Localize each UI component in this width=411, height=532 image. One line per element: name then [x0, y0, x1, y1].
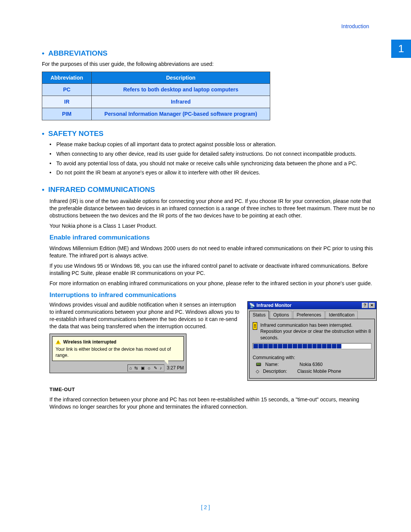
- tray-clock: 3:27 PM: [167, 365, 184, 371]
- communicating-with-label: Communicating with:: [253, 355, 371, 361]
- safety-notes-list: Please make backup copies of all importa…: [42, 141, 377, 177]
- abbr-cell: PIM: [42, 108, 92, 120]
- interruptions-paragraph: Windows provides visual and audible noti…: [49, 301, 241, 330]
- taskbar: ⌂ ⇆ ▣ ☼ ✎ ♪ 3:27 PM: [50, 363, 186, 373]
- window-title: Infrared Monitor: [256, 302, 292, 308]
- desc-cell: Refers to both desktop and laptop comput…: [92, 84, 270, 96]
- list-item: Do not point the IR beam at anyone's eye…: [56, 169, 377, 176]
- running-header: Introduction: [341, 23, 369, 30]
- heading-infrared-communications: INFRARED COMMUNICATIONS: [42, 185, 377, 195]
- abbr-cell: PC: [42, 84, 92, 96]
- enable-ir-p3: For more information on enabling infrare…: [49, 280, 377, 287]
- ir-class1-paragraph: Your Nokia phone is a Class 1 Laser Prod…: [49, 222, 377, 230]
- tab-status[interactable]: Status: [249, 311, 269, 319]
- subheading-timeout: TIME-OUT: [49, 386, 377, 393]
- abbreviations-table: Abbreviation Description PC Refers to bo…: [42, 72, 270, 121]
- list-item: To avoid any potential loss of data, you…: [56, 160, 377, 167]
- window-titlebar: 📡 Infrared Monitor ? ✕: [248, 302, 376, 309]
- document-page: Introduction 1 ABBREVIATIONS For the pur…: [0, 0, 411, 532]
- desc-cell: Personal Information Manager (PC-based s…: [92, 108, 270, 120]
- progress-bar: [253, 343, 371, 349]
- subheading-interruptions: Interruptions to infrared communications: [49, 291, 377, 300]
- abbreviations-intro: For the purposes of this user guide, the…: [42, 61, 377, 68]
- tab-identification[interactable]: Identification: [325, 311, 358, 319]
- close-button[interactable]: ✕: [369, 303, 375, 308]
- description-value: Classic Mobile Phone: [297, 368, 341, 374]
- device-icon: 📟: [256, 361, 261, 367]
- table-row: IR Infrared: [42, 96, 270, 108]
- chapter-tab-number: 1: [391, 40, 411, 58]
- desc-cell: Infrared: [92, 96, 270, 108]
- list-item: Please make backup copies of all importa…: [56, 141, 377, 148]
- wireless-link-tooltip-screenshot: Wireless link interrupted Your link is e…: [49, 334, 186, 373]
- ir-intro-paragraph: Infrared (IR) is one of the two availabl…: [49, 198, 377, 219]
- subheading-enable-ir: Enable infrared communications: [49, 233, 377, 242]
- tooltip-body: Your link is either blocked or the devic…: [56, 346, 180, 358]
- list-item: When connecting to any other device, rea…: [56, 150, 377, 158]
- tooltip-title: Wireless link interrupted: [63, 339, 116, 345]
- table-row: PIM Personal Information Manager (PC-bas…: [42, 108, 270, 120]
- name-value: Nokia 6360: [299, 361, 323, 367]
- enable-ir-p1: Windows Millennium Edition (ME) and Wind…: [49, 245, 377, 259]
- table-row: PC Refers to both desktop and laptop com…: [42, 84, 270, 96]
- infrared-monitor-window: 📡 Infrared Monitor ? ✕ Status Options Pr…: [247, 301, 377, 381]
- description-key: Description:: [263, 368, 293, 374]
- tab-options[interactable]: Options: [270, 311, 292, 319]
- tab-panel-status: ! Infrared communication has been interr…: [249, 319, 375, 379]
- name-key: Name:: [265, 361, 296, 367]
- system-tray-icons: ⌂ ⇆ ▣ ☼ ✎ ♪: [127, 364, 165, 372]
- abbr-th-abbreviation: Abbreviation: [42, 72, 92, 84]
- heading-abbreviations: ABBREVIATIONS: [42, 48, 377, 58]
- footer-page-number: [ 2 ]: [0, 504, 411, 511]
- abbr-th-description: Description: [92, 72, 270, 84]
- tooltip-balloon: Wireless link interrupted Your link is e…: [52, 336, 184, 361]
- tooltip-tail-icon: [164, 361, 168, 364]
- help-button[interactable]: ?: [362, 303, 368, 308]
- enable-ir-p2: If you use Windows 95 or Windows 98, you…: [49, 262, 377, 277]
- timeout-paragraph: If the infrared connection between your …: [49, 396, 377, 411]
- ir-status-message: Infrared communication has been interrup…: [260, 322, 371, 341]
- tab-strip: Status Options Preferences Identificatio…: [248, 309, 376, 319]
- description-icon: ◇: [256, 368, 259, 374]
- abbr-cell: IR: [42, 96, 92, 108]
- ir-app-icon: 📡: [249, 302, 255, 308]
- heading-safety-notes: SAFETY NOTES: [42, 129, 377, 139]
- warning-icon: !: [253, 322, 257, 330]
- warning-icon: [56, 340, 61, 344]
- tab-preferences[interactable]: Preferences: [293, 311, 325, 319]
- interruptions-left-column: Windows provides visual and audible noti…: [49, 301, 241, 373]
